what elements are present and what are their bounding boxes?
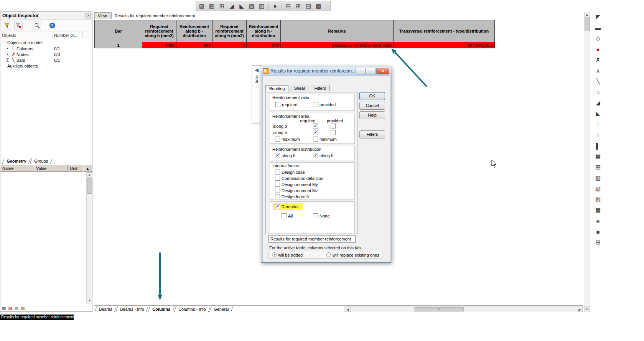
close-icon[interactable]: ✕ — [376, 68, 389, 74]
scroll-thumb[interactable]: ≡ — [414, 307, 464, 311]
grid-small-icon[interactable]: ▤ — [15, 306, 18, 311]
cancel-button[interactable]: Cancel — [359, 102, 385, 110]
node-icon[interactable]: ● — [270, 2, 280, 10]
node-icon[interactable]: ◇ — [593, 33, 603, 43]
tabs-flyout[interactable]: ◀ tabs — [252, 65, 262, 124]
results-table-icon[interactable]: ▤ — [304, 2, 313, 10]
table-name-field[interactable]: Results for required member reinforcemen… — [268, 235, 356, 243]
all-checkbox[interactable] — [282, 213, 287, 218]
grid-icon[interactable]: ▨ — [593, 194, 603, 204]
design-moment-my-checkbox[interactable] — [275, 182, 280, 187]
stress-icon[interactable]: ◣ — [237, 2, 246, 10]
scroll-thumb[interactable] — [585, 18, 590, 31]
remarks-cell[interactable]: Excessive reinforcement ratio — [280, 42, 394, 48]
expand-expander-icon[interactable]: + — [6, 47, 9, 50]
column-table-icon[interactable]: ⊞ — [294, 2, 303, 10]
required-b-cell[interactable]: 4488 — [142, 42, 176, 48]
tree-root-label[interactable]: Objects of a model — [7, 40, 43, 45]
tab-geometry[interactable]: Geometry — [2, 158, 31, 164]
along-h-provided-checkbox[interactable] — [331, 130, 336, 135]
horizontal-scrollbar[interactable]: ◀ ≡ ▶ — [344, 306, 583, 312]
expand-expander-icon[interactable]: + — [6, 58, 9, 62]
slope-icon[interactable]: ╲ — [593, 76, 603, 86]
sheet-tab-beams-info[interactable]: Beams - Info — [116, 306, 148, 312]
table-small-icon[interactable]: ▦ — [2, 306, 6, 311]
help-icon[interactable]: ? — [48, 21, 56, 30]
filter-icon[interactable] — [3, 21, 11, 30]
mesh-icon[interactable]: ▦ — [593, 152, 603, 161]
close-icon[interactable]: ✕ — [86, 13, 91, 18]
support-icon[interactable]: ● — [593, 44, 603, 54]
maximize-icon[interactable]: □ — [366, 68, 376, 74]
scroll-up-icon[interactable]: ▲ — [584, 12, 590, 18]
required-h-cell[interactable]: 0 — [212, 42, 247, 48]
notes-icon[interactable]: ▩ — [21, 306, 25, 311]
design-moment-mz-checkbox[interactable] — [275, 188, 280, 193]
minimize-icon[interactable]: − — [356, 68, 366, 74]
search-icon[interactable] — [33, 21, 41, 30]
scroll-down-icon[interactable]: ▼ — [584, 306, 590, 312]
none-checkbox[interactable] — [313, 213, 318, 218]
remarks-checkbox[interactable]: ✓ — [275, 204, 280, 209]
sheet-tab-columns-info[interactable]: Columns - Info — [174, 306, 210, 312]
tab-results[interactable]: Results for required member reinforcemen… — [111, 12, 199, 19]
scroll-up-icon[interactable]: ▲ — [87, 172, 92, 178]
distribution-b-cell[interactable]: 9#8 — [176, 42, 212, 48]
expand-expander-icon[interactable]: + — [6, 53, 9, 56]
section-icon[interactable]: ▥ — [593, 173, 603, 183]
tab-view[interactable]: View — [94, 12, 110, 19]
tree-item-label[interactable]: Bars — [16, 58, 25, 63]
tree-row-nodes[interactable]: + ✗ Nodes 0/3 — [0, 52, 92, 58]
minimum-checkbox[interactable] — [313, 137, 318, 142]
layout-icon[interactable]: ▩ — [314, 2, 323, 10]
hatch-icon[interactable]: ▧ — [593, 184, 603, 194]
scroll-down-icon[interactable]: ▼ — [87, 298, 92, 303]
along-b-provided-checkbox[interactable] — [331, 124, 336, 128]
table-icon[interactable]: ⊞ — [593, 237, 603, 247]
along-b-required-checkbox[interactable]: ✓ — [313, 124, 318, 128]
along-h-required-checkbox[interactable]: ✓ — [313, 130, 318, 135]
bar-icon[interactable]: ▬ — [593, 23, 603, 33]
distribution-along-h-checkbox[interactable]: ✓ — [313, 153, 318, 158]
collapse-left-icon[interactable]: ◀ — [252, 67, 261, 73]
tab-filters[interactable]: Filters — [311, 85, 330, 91]
scroll-thumb[interactable] — [87, 178, 92, 194]
ramp-up-icon[interactable]: ◢ — [593, 98, 603, 108]
mesh-icon[interactable]: ▦ — [207, 2, 216, 10]
spring-icon[interactable]: ≈ — [593, 87, 603, 97]
ibeam-icon[interactable]: I — [593, 130, 603, 140]
will-be-added-radio[interactable]: ● — [272, 252, 277, 257]
tab-bending[interactable]: Bending — [265, 85, 288, 92]
tree-row-bars[interactable]: + ╲ Bars 0/1 — [0, 58, 92, 63]
tree-item-label[interactable]: Columns — [16, 46, 33, 51]
pattern-icon[interactable]: ▩ — [593, 205, 603, 215]
maximum-checkbox[interactable] — [275, 137, 280, 142]
filter-delete-icon[interactable] — [14, 21, 23, 30]
map-icon[interactable]: ▨ — [197, 2, 206, 10]
section-icon[interactable]: ▥ — [257, 2, 266, 10]
tree-item-label[interactable]: Auxiliary objects — [7, 64, 38, 68]
pointer-icon[interactable]: ◤ — [593, 12, 603, 22]
table-icon[interactable]: ⊞ — [217, 2, 226, 10]
ramp-down-icon[interactable]: ◣ — [593, 109, 603, 119]
diagram-icon[interactable]: ◢ — [227, 2, 236, 10]
list-icon[interactable]: ≡ — [593, 216, 603, 226]
design-force-n-checkbox[interactable] — [275, 194, 280, 199]
block-icon[interactable]: ■ — [593, 227, 603, 237]
ok-button[interactable]: OK — [359, 92, 385, 100]
provided-ratio-checkbox[interactable] — [313, 102, 318, 107]
design-case-checkbox[interactable] — [275, 170, 280, 175]
tree-item-label[interactable]: Nodes — [16, 52, 29, 57]
fixed-support-icon[interactable]: ⊥ — [593, 119, 603, 129]
sheet-tab-beams[interactable]: Beams — [95, 306, 117, 312]
dialog-titlebar[interactable]: R Results for required member reinforcem… — [261, 66, 391, 76]
wall-icon[interactable]: ▌ — [593, 141, 603, 151]
slab-icon[interactable]: ▤ — [593, 162, 603, 172]
filters-button[interactable]: Filters — [359, 130, 385, 138]
combination-definition-checkbox[interactable] — [275, 176, 280, 181]
table-row[interactable]: 1 4488 9#8 0 2#8 Excessive reinforcement… — [94, 42, 495, 48]
collapse-expander-icon[interactable]: - — [2, 41, 5, 44]
scroll-right-icon[interactable]: ▶ — [577, 307, 583, 312]
tree-row-auxiliary[interactable]: Auxiliary objects — [0, 63, 92, 69]
hatch-icon[interactable]: ▧ — [247, 2, 256, 10]
